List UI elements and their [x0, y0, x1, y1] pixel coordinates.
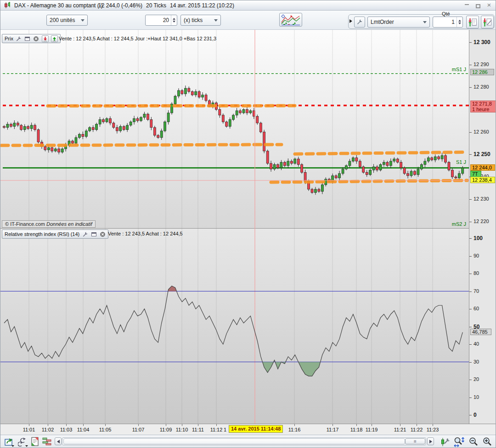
axis-tick-mark: [469, 309, 472, 309]
axis-tick-mark: [469, 154, 472, 155]
time-tick-label: 11:11: [192, 427, 204, 432]
time-tick-label: 11:02: [42, 427, 54, 432]
export-chart-icon[interactable]: [4, 437, 15, 448]
zoom-out-icon[interactable]: [468, 437, 479, 448]
price-panel-header: Prix: [2, 34, 61, 43]
detach-window-icon[interactable]: [24, 35, 31, 42]
axis-tick-label: 12 300: [473, 39, 490, 45]
axis-value-box: 7T: [470, 171, 481, 177]
time-tick-label: 11:23: [427, 427, 439, 432]
time-tick-mark: [198, 424, 198, 426]
time-axis[interactable]: 14 avr. 2015 11:14:48 11:0111:0211:0311:…: [0, 424, 496, 435]
spinner-up-icon[interactable]: [173, 18, 175, 20]
ticks-unit-select[interactable]: (x) ticks: [180, 15, 221, 26]
rsi-chart-canvas[interactable]: [0, 229, 469, 424]
rsi-panel-title: Relative strength index (RSI) (14): [5, 231, 79, 237]
qty-spinner[interactable]: [457, 17, 462, 27]
order-type-select[interactable]: LmtOrder: [367, 17, 430, 28]
time-tick-label: 11:12: [210, 427, 223, 432]
order-type-value: LmtOrder: [371, 19, 394, 25]
wrench-icon[interactable]: [16, 35, 22, 42]
time-tick-label-partial: 1: [224, 427, 226, 432]
buy-order-button[interactable]: [481, 16, 494, 28]
arrow-right-icon: [429, 440, 432, 443]
time-tick-mark: [400, 424, 400, 426]
time-tick-mark: [48, 424, 48, 426]
axis-tick-mark: [469, 415, 472, 415]
bar-count-input[interactable]: 20: [145, 15, 177, 26]
scroll-left-button[interactable]: [55, 437, 62, 445]
window-titlebar: DAX - Allemagne 30 au comptant (-) 12 24…: [0, 0, 496, 11]
axis-tick-mark: [469, 362, 472, 363]
axis-tick-label: 100: [473, 235, 483, 241]
qty-input[interactable]: 1: [433, 17, 463, 28]
close-button[interactable]: ×: [485, 2, 493, 9]
close-icon[interactable]: [99, 231, 106, 237]
chevron-down-icon: [81, 19, 85, 22]
chart-settings-icon[interactable]: [440, 437, 451, 448]
units-select[interactable]: 200 unités: [46, 15, 88, 26]
zoom-fit-icon[interactable]: [453, 437, 464, 448]
qty-value: 1: [433, 19, 457, 25]
price-quote-line: Vente : 12 243,5 Achat : 12 244,5 Jour :…: [59, 36, 216, 41]
qty-label: Qté: [440, 11, 451, 17]
spinner-down-icon[interactable]: [458, 22, 461, 24]
buy-arrow-icon[interactable]: [51, 35, 58, 42]
detach-window-icon[interactable]: [90, 231, 97, 237]
maximize-icon: [476, 4, 480, 8]
time-tick-label: 11:21: [394, 427, 406, 432]
collapse-arrow-icon[interactable]: [349, 19, 352, 23]
time-tick-mark: [372, 424, 372, 426]
scrollbar-grip[interactable]: ≡: [405, 438, 425, 444]
chart-style-icon: [281, 14, 301, 25]
spinner-down-icon[interactable]: [173, 21, 175, 22]
chevron-down-icon: [423, 21, 427, 23]
time-tick-mark: [166, 424, 166, 426]
time-tick-mark: [356, 424, 357, 426]
chart-scrollbar[interactable]: ≡: [62, 437, 426, 445]
axis-tick-label: 12 250: [473, 151, 490, 157]
order-settings-button[interactable]: [354, 17, 365, 28]
time-tick-mark: [433, 424, 433, 426]
time-tick-mark: [105, 424, 106, 426]
axis-tick-label: 20: [473, 376, 479, 382]
time-tick-mark: [83, 424, 84, 426]
pivot-label: mS1 J: [452, 67, 466, 72]
price-panel-title: Prix: [5, 36, 13, 41]
order-book-icon[interactable]: [42, 437, 53, 448]
axis-tick-mark: [469, 327, 472, 327]
axis-tick-label: 60: [473, 306, 479, 311]
notes-icon[interactable]: [30, 437, 41, 448]
sell-arrow-icon[interactable]: [42, 35, 49, 42]
axis-value-box: 12 238,4: [470, 177, 495, 183]
spinner-up-icon[interactable]: [458, 20, 461, 22]
price-axis-gutter[interactable]: 12 30012 29012 28012 26012 25012 24012 2…: [469, 30, 496, 424]
axis-tick-label: 12 260: [473, 129, 489, 134]
sell-order-button[interactable]: [466, 16, 479, 28]
price-chart-canvas[interactable]: [0, 30, 469, 229]
axis-tick-mark: [469, 274, 472, 274]
zoom-in-icon[interactable]: [482, 437, 493, 448]
chevron-down-icon: [214, 19, 218, 22]
time-tick-mark: [66, 424, 67, 426]
minimize-button[interactable]: [463, 2, 471, 9]
sell-buy-edit-icon: [483, 17, 492, 27]
axis-tick-mark: [469, 291, 472, 292]
copyright-box: © IT-Finance.com Données en indicatif: [2, 220, 96, 228]
time-tick-mark: [333, 424, 333, 426]
time-tick-label: 11:17: [327, 427, 339, 432]
sync-interval-icon[interactable]: [18, 437, 29, 448]
time-tick-label: 11:10: [176, 427, 188, 432]
scrollbar-thumb[interactable]: [63, 438, 405, 444]
disclaimer-text: Données en indicatif: [46, 221, 92, 227]
bar-count-spinner[interactable]: [171, 15, 177, 25]
close-icon[interactable]: [33, 35, 39, 42]
maximize-button[interactable]: [474, 2, 482, 9]
axis-tick-mark: [469, 87, 472, 88]
wrench-icon[interactable]: [82, 231, 88, 237]
axis-tick-label: 12 280: [473, 84, 489, 90]
bar-count-value: 20: [146, 17, 171, 23]
rsi-panel-header: Relative strength index (RSI) (14): [2, 230, 108, 239]
chart-style-button[interactable]: [279, 13, 302, 27]
scroll-right-button[interactable]: [427, 437, 434, 445]
